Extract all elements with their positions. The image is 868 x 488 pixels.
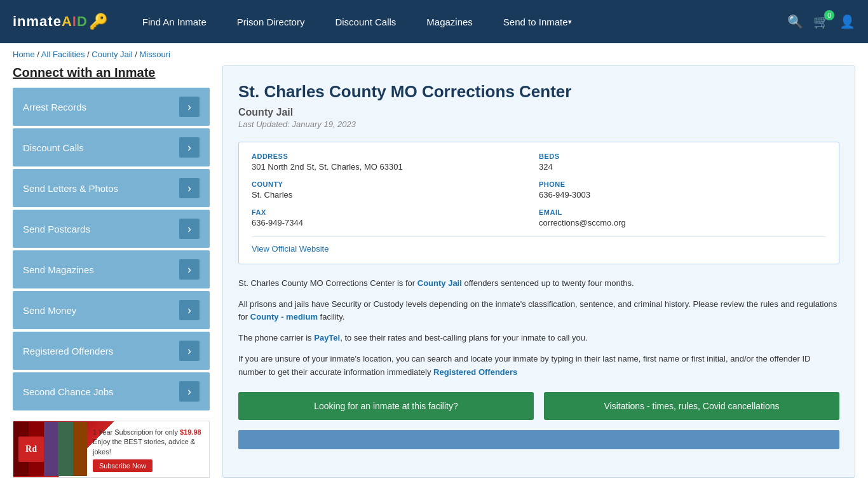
cart-badge: 0 [824,10,834,20]
email-value: corrections@sccmo.org [539,218,826,227]
info-col-fax: FAX 636-949-7344 [252,208,539,227]
header-icons: 🔍 🛒 0 👤 [787,14,855,29]
chevron-right-icon: › [179,219,200,239]
county-label: COUNTY [252,180,539,188]
info-col-address: ADDRESS 301 North 2nd St, St. Charles, M… [252,152,539,172]
email-label: EMAIL [539,208,826,216]
info-row-county-phone: COUNTY St. Charles PHONE 636-949-3003 [252,180,826,200]
main-content: Connect with an Inmate Arrest Records › … [0,65,868,488]
visitations-button[interactable]: Visitations - times, rules, Covid cancel… [544,392,839,420]
breadcrumb-county-jail[interactable]: County Jail [92,50,132,59]
facility-title: St. Charles County MO Corrections Center [238,81,839,103]
breadcrumb-home[interactable]: Home [13,50,35,59]
bottom-bar [238,430,839,449]
nav-discount-calls[interactable]: Discount Calls [320,0,411,43]
phone-label: PHONE [539,180,826,188]
action-buttons: Looking for an inmate at this facility? … [238,392,839,420]
paytel-link[interactable]: PayTel [314,333,340,342]
nav-magazines[interactable]: Magazines [411,0,488,43]
cart-icon[interactable]: 🛒 0 [813,14,829,29]
facility-type: County Jail [238,107,839,118]
sidebar: Connect with an Inmate Arrest Records › … [13,65,210,478]
chevron-right-icon: › [179,341,200,361]
search-icon[interactable]: 🔍 [787,14,803,29]
user-icon[interactable]: 👤 [839,14,855,29]
nav-send-to-inmate[interactable]: Send to Inmate [488,0,587,43]
breadcrumb-all-facilities[interactable]: All Facilities [41,50,85,59]
breadcrumb-missouri[interactable]: Missouri [139,50,170,59]
breadcrumb: Home / All Facilities / County Jail / Mi… [0,43,868,65]
info-col-beds: BEDS 324 [539,152,826,172]
sidebar-title: Connect with an Inmate [13,65,210,80]
ad-banner[interactable]: Rd 1 Year Subscription for only $19.98En… [13,421,210,478]
desc-para-3: The phone carrier is PayTel, to see thei… [238,332,839,345]
info-col-county: COUNTY St. Charles [252,180,539,200]
chevron-right-icon: › [179,259,200,280]
main-nav: Find An Inmate Prison Directory Discount… [127,0,787,43]
address-value: 301 North 2nd St, St. Charles, MO 63301 [252,162,539,172]
chevron-right-icon: › [179,97,200,117]
nav-prison-directory[interactable]: Prison Directory [222,0,320,43]
sidebar-item-registered-offenders[interactable]: Registered Offenders › [13,332,210,370]
desc-para-2: All prisons and jails have Security or C… [238,298,839,325]
rd-logo: Rd [18,437,44,462]
chevron-right-icon: › [179,381,200,402]
nav-find-inmate[interactable]: Find An Inmate [127,0,222,43]
ad-text: 1 Year Subscription for only $19.98Enjoy… [93,428,206,472]
find-inmate-button[interactable]: Looking for an inmate at this facility? [238,392,534,420]
sidebar-item-discount-calls[interactable]: Discount Calls › [13,128,210,166]
logo-icon: 🔑 [89,13,108,30]
logo-text: inmateAID [13,13,88,30]
fax-value: 636-949-7344 [252,218,539,227]
beds-label: BEDS [539,152,826,160]
info-col-phone: PHONE 636-949-3003 [539,180,826,200]
chevron-right-icon: › [179,178,200,198]
facility-info-grid: ADDRESS 301 North 2nd St, St. Charles, M… [238,142,839,264]
address-label: ADDRESS [252,152,539,160]
desc-para-4: If you are unsure of your inmate's locat… [238,353,839,379]
sidebar-item-send-letters[interactable]: Send Letters & Photos › [13,169,210,207]
sidebar-item-arrest-records[interactable]: Arrest Records › [13,88,210,126]
info-col-email: EMAIL corrections@sccmo.org [539,208,826,227]
county-medium-link[interactable]: County - medium [250,312,318,322]
view-website-link[interactable]: View Official Website [252,244,329,254]
sidebar-item-send-magazines[interactable]: Send Magazines › [13,250,210,288]
website-row: View Official Website [252,236,826,254]
header: inmateAID 🔑 Find An Inmate Prison Direct… [0,0,868,43]
county-jail-link[interactable]: County Jail [417,278,462,288]
info-row-fax-email: FAX 636-949-7344 EMAIL corrections@sccmo… [252,208,826,227]
facility-updated: Last Updated: January 19, 2023 [238,119,839,129]
chevron-right-icon: › [179,300,200,320]
sidebar-item-send-postcards[interactable]: Send Postcards › [13,210,210,248]
info-row-address-beds: ADDRESS 301 North 2nd St, St. Charles, M… [252,152,826,172]
subscribe-button[interactable]: Subscribe Now [93,459,153,472]
sidebar-item-send-money[interactable]: Send Money › [13,291,210,329]
sidebar-item-second-chance-jobs[interactable]: Second Chance Jobs › [13,372,210,410]
facility-panel: St. Charles County MO Corrections Center… [222,65,855,478]
chevron-right-icon: › [179,137,200,158]
fax-label: FAX [252,208,539,216]
registered-offenders-link[interactable]: Registered Offenders [433,367,517,377]
county-value: St. Charles [252,190,539,200]
desc-para-1: St. Charles County MO Corrections Center… [238,277,839,290]
logo[interactable]: inmateAID 🔑 [13,13,108,30]
beds-value: 324 [539,162,826,172]
phone-value: 636-949-3003 [539,190,826,200]
